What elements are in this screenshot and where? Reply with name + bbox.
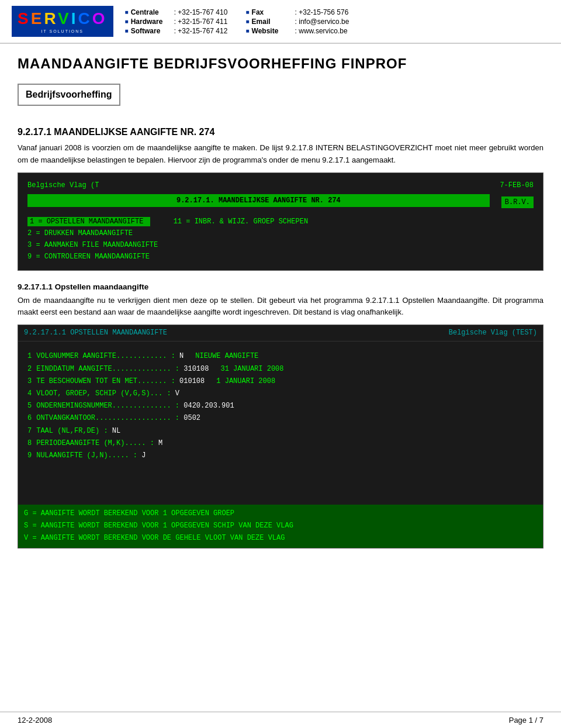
term1-menu-item-2: 2 = DRUKKEN MAANDAANGIFTE xyxy=(27,228,534,239)
footer-date: 12-2-2008 xyxy=(18,716,52,724)
term1-item2-text: 2 = DRUKKEN MAANDAANGIFTE xyxy=(27,229,133,237)
term2-field-row: 8PERIODEAANGIFTE (M,K)..... : M xyxy=(27,438,534,449)
contact-website-label: Website xyxy=(252,27,293,35)
term2-fields: 1VOLGNUMMER AANGIFTE............ : NNIEU… xyxy=(27,351,534,461)
term2-field-row: 2EINDDATUM AANGIFTE.............. : 3101… xyxy=(27,364,534,375)
sub-section-heading: 9.2.17.1.1 Opstellen maandaangifte xyxy=(18,282,543,291)
page-header: SERVICO IT SOLUTIONS ■ Centrale : +32-15… xyxy=(0,0,561,44)
section-box: Bedrijfsvoorheffing xyxy=(18,84,120,106)
terminal-screen-2: 9.2.17.1.1 OPSTELLEN MAANDAANGIFTE Belgi… xyxy=(18,325,543,548)
term2-body: 1VOLGNUMMER AANGIFTE............ : NNIEU… xyxy=(18,341,543,502)
contact-fax-value: : +32-15-756 576 xyxy=(295,8,349,16)
contact-software-value: : +32-15-767 412 xyxy=(174,27,228,35)
contact-fax-label: Fax xyxy=(252,8,293,16)
term1-menu: 1 = OPSTELLEN MAANDAANGIFTE 11 = INBR. &… xyxy=(27,216,534,262)
contact-fax: ■ Fax : +32-15-756 576 xyxy=(246,8,349,16)
intro-paragraph: Vanaf januari 2008 is voorzien om de maa… xyxy=(18,142,543,167)
term2-header-left: 9.2.17.1.1 OPSTELLEN MAANDAANGIFTE xyxy=(24,327,167,339)
contact-hardware-value: : +32-15-767 411 xyxy=(174,18,228,26)
section-box-title: Bedrijfsvoorheffing xyxy=(26,89,112,99)
term2-field-row: 1VOLGNUMMER AANGIFTE............ : NNIEU… xyxy=(27,351,534,362)
sub-section-para: Om de maandaangifte nu te verkrijgen die… xyxy=(18,295,543,319)
term2-footer-line: S = AANGIFTE WORDT BEREKEND VOOR 1 OPGEG… xyxy=(24,520,537,532)
page-footer: 12-2-2008 Page 1 / 7 xyxy=(0,712,561,728)
term2-footer-lines: G = AANGIFTE WORDT BEREKEND VOOR 1 OPGEG… xyxy=(24,508,537,544)
term2-field-row: 4VLOOT, GROEP, SCHIP (V,G,S)... : V xyxy=(27,388,534,399)
page-title: MAANDAANGIFTE BEDRIJFSVOORHEFFING FINPRO… xyxy=(18,56,543,72)
contact-centrale: ■ Centrale : +32-15-767 410 xyxy=(125,8,228,16)
terminal-screen-1: Belgische Vlag (T 7-FEB-08 9.2.17.1. MAA… xyxy=(18,172,543,271)
footer-page: Page 1 / 7 xyxy=(509,716,543,724)
logo-tagline: IT SOLUTIONS xyxy=(41,29,84,33)
term2-header: 9.2.17.1.1 OPSTELLEN MAANDAANGIFTE Belgi… xyxy=(18,325,543,341)
term1-header-left: Belgische Vlag (T xyxy=(27,180,99,191)
term2-field-row: 3TE BESCHOUWEN TOT EN MET....... : 01010… xyxy=(27,376,534,387)
term1-header-right: 7-FEB-08 xyxy=(500,180,534,191)
contact-website-value: : www.servico.be xyxy=(295,27,348,35)
term2-footer-line: G = AANGIFTE WORDT BEREKEND VOOR 1 OPGEG… xyxy=(24,508,537,519)
contact-software: ■ Software : +32-15-767 412 xyxy=(125,27,228,35)
term1-extra: 11 = INBR. & WIJZ. GROEP SCHEPEN xyxy=(174,218,308,226)
term2-header-right: Belgische Vlag (TEST) xyxy=(449,327,537,339)
term1-title-bar: 9.2.17.1. MAANDELIJKSE AANGIFTE NR. 274 xyxy=(27,194,490,207)
term2-field-row: 6ONTVANGKANTOOR.................. : 0502 xyxy=(27,413,534,424)
term2-footer: G = AANGIFTE WORDT BEREKEND VOOR 1 OPGEG… xyxy=(18,505,543,548)
contact-hardware: ■ Hardware : +32-15-767 411 xyxy=(125,18,228,26)
contact-website: ■ Website : www.servico.be xyxy=(246,27,349,35)
term1-item9-text: 9 = CONTROLEREN MAANDAANGIFTE xyxy=(27,253,150,261)
term1-header: Belgische Vlag (T 7-FEB-08 xyxy=(27,180,534,191)
term1-menu-item-1: 1 = OPSTELLEN MAANDAANGIFTE 11 = INBR. &… xyxy=(27,216,534,227)
contact-software-label: Software xyxy=(131,27,172,35)
term2-field-row: 7TAAL (NL,FR,DE) : NL xyxy=(27,426,534,437)
contact-centrale-value: : +32-15-767 410 xyxy=(174,8,228,16)
logo: SERVICO IT SOLUTIONS xyxy=(12,6,113,37)
term1-menu-item-9: 9 = CONTROLEREN MAANDAANGIFTE xyxy=(27,251,534,262)
section-number-heading: 9.2.17.1 MAANDELIJKSE AANGIFTE NR. 274 xyxy=(18,127,543,137)
contact-email: ■ Email : info@servico.be xyxy=(246,18,349,26)
term1-item1-highlight: 1 = OPSTELLEN MAANDAANGIFTE xyxy=(27,217,150,226)
logo-text: SERVICO xyxy=(18,9,108,28)
term2-footer-line: V = AANGIFTE WORDT BEREKEND VOOR DE GEHE… xyxy=(24,533,537,544)
contact-email-label: Email xyxy=(252,18,293,26)
term1-menu-item-3: 3 = AANMAKEN FILE MAANDAANGIFTE xyxy=(27,240,534,250)
contact-email-value: : info@servico.be xyxy=(295,18,349,26)
contact-hardware-label: Hardware xyxy=(131,18,172,26)
contact-centrale-label: Centrale xyxy=(131,8,172,16)
term2-field-row: 5ONDERNEMINGSNUMMER.............. : 0420… xyxy=(27,401,534,412)
term2-field-row: 9NULAANGIFTE (J,N)..... : J xyxy=(27,450,534,461)
term1-item3-text: 3 = AANMAKEN FILE MAANDAANGIFTE xyxy=(27,241,158,249)
term1-brv: B.R.V. xyxy=(501,196,534,208)
contact-info: ■ Centrale : +32-15-767 410 ■ Fax : +32-… xyxy=(125,8,349,35)
main-content: MAANDAANGIFTE BEDRIJFSVOORHEFFING FINPRO… xyxy=(0,44,561,572)
